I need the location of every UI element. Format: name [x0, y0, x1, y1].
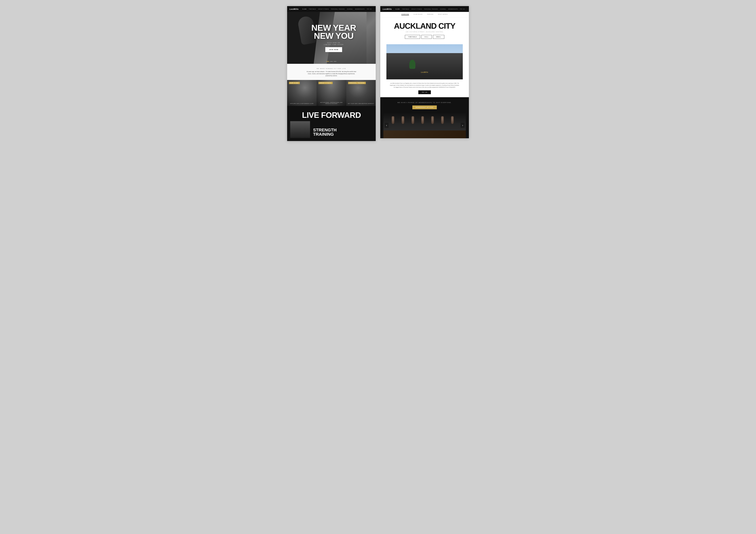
card-1-desc: EXPLORE OUR 12 NATIONWIDE CLUBS [287, 103, 317, 104]
cards-row: OUR CLUBS EXPLORE OUR 12 NATIONWIDE CLUB… [287, 80, 376, 106]
left-nav-journal[interactable]: JOURNAL [347, 9, 353, 10]
card-2-label: GROUP FITNESS [318, 82, 333, 84]
club-description: Les Mills Auckland City is our flagship … [390, 82, 460, 88]
right-nav: LesMills CLUBS TIMETABLE GROUP FITNESS P… [380, 6, 469, 12]
hanging-bag-3 [412, 116, 414, 124]
card-3-label: PERSONAL TRAINING [348, 82, 366, 84]
club-detail: AUCKLAND CITY 186 VICTORIA STREET, AUCKL… [380, 17, 469, 44]
hero-dot-3[interactable] [334, 61, 337, 62]
strength-title-line2: TRAINING [313, 132, 337, 137]
hero-dots [326, 61, 337, 62]
hanging-bag-7 [451, 116, 454, 124]
left-nav-group-fitness[interactable]: GROUP FITNESS [318, 9, 329, 10]
card-personal-training[interactable]: PERSONAL TRAINING GET YOUR VERY OWN BESP… [346, 80, 376, 106]
right-nav-journal[interactable]: JOURNAL [440, 9, 446, 10]
club-address: 186 VICTORIA STREET, AUCKLAND CENTRAL [387, 31, 463, 33]
strength-title-line1: STRENGTH [313, 128, 337, 132]
memberships-title: WE HAVE A RANGE OF MEMBERSHIPS TO SUIT E… [383, 102, 466, 103]
club-actions: TIMETABLE CALL EMAIL [387, 35, 463, 39]
strength-label-block: STRENGTH TRAINING [313, 128, 337, 138]
hero-title-line2: NEW YOU [314, 31, 354, 40]
club-image-building [387, 53, 463, 80]
left-nav-clubs[interactable]: CLUBS [302, 9, 307, 10]
left-nav-try-us[interactable]: TRY US [367, 9, 372, 10]
strength-section: STRENGTH TRAINING [287, 123, 376, 141]
memberships-section: WE HAVE A RANGE OF MEMBERSHIPS TO SUIT E… [380, 97, 469, 138]
try-us-button[interactable]: TRY US [418, 90, 431, 94]
gym-interior-image: ‹ › [383, 112, 466, 138]
right-nav-clubs[interactable]: CLUBS [395, 9, 400, 10]
tagline-body: 50 years ago, we had a dream— To make hu… [306, 71, 357, 77]
hero-join-button[interactable]: JOIN NOW [325, 47, 342, 52]
left-nav-memberships[interactable]: MEMBERSHIPS [355, 9, 365, 10]
hero-section: NEW YEAR NEW YOU SALE NOW ON LIMITED TIM… [287, 12, 376, 64]
left-panel: LesMills CLUBS TIMETABLE GROUP FITNESS P… [287, 6, 376, 141]
left-nav-personal-training[interactable]: PERSONAL TRAINING [331, 9, 345, 10]
gym-floor [383, 131, 466, 138]
hero-content: NEW YEAR NEW YOU SALE NOW ON LIMITED TIM… [287, 24, 376, 52]
right-nav-group-fitness[interactable]: GROUP FITNESS [411, 9, 422, 10]
email-button[interactable]: EMAIL [433, 35, 444, 39]
carousel-next-button[interactable]: › [461, 123, 465, 128]
hero-dot-1[interactable] [326, 61, 329, 62]
live-forward-section: LIVE FORWARD [287, 106, 376, 123]
sub-nav-roof-works[interactable]: ROOF WORKS [438, 14, 448, 15]
tagline-eyebrow: WE MAKE HUMANS FIT FOR LIFE [290, 68, 373, 69]
hero-title: NEW YEAR NEW YOU [292, 24, 376, 40]
tagline-section: WE MAKE HUMANS FIT FOR LIFE 50 years ago… [287, 64, 376, 80]
hero-sale-text: SALE NOW ON [292, 42, 376, 43]
left-logo[interactable]: LesMills [289, 8, 299, 10]
hanging-bag-1 [392, 116, 394, 124]
club-desc-section: Les Mills Auckland City is our flagship … [380, 79, 469, 97]
card-2-desc: MOTIVATIONAL, INSPIRATIONAL AND RESULTS-… [317, 102, 346, 104]
right-nav-try-us[interactable]: TRY US [460, 9, 465, 10]
call-button[interactable]: CALL [421, 35, 432, 39]
strength-image [290, 121, 310, 138]
left-nav-timetable[interactable]: TIMETABLE [309, 9, 316, 10]
right-logo[interactable]: LesMills [383, 8, 392, 10]
live-forward-title: LIVE FORWARD [290, 111, 373, 120]
sub-nav-overview[interactable]: OVERVIEW [401, 14, 409, 15]
hero-offer-text: LIMITED TIME OFFER [292, 44, 376, 45]
right-nav-timetable[interactable]: TIMETABLE [402, 9, 409, 10]
left-nav: LesMills CLUBS TIMETABLE GROUP FITNESS P… [287, 6, 376, 12]
sub-nav: OVERVIEW CLUB RULES PARKING ROOF WORKS [380, 12, 469, 17]
hero-dot-2[interactable] [330, 61, 333, 62]
club-name: AUCKLAND CITY [387, 22, 463, 30]
right-nav-memberships[interactable]: MEMBERSHIPS [448, 9, 458, 10]
club-image-tree [409, 60, 416, 69]
right-nav-personal-training[interactable]: PERSONAL TRAINING [424, 9, 438, 10]
club-image: LesMills [387, 44, 463, 79]
right-panel: LesMills CLUBS TIMETABLE GROUP FITNESS P… [380, 6, 469, 138]
card-3-desc: GET YOUR VERY OWN BESPOKE WORKOUT [346, 103, 376, 104]
membership-options-button[interactable]: MEMBERSHIP OPTIONS [412, 106, 437, 109]
sub-nav-club-rules[interactable]: CLUB RULES [414, 14, 422, 15]
card-1-label: OUR CLUBS [289, 82, 300, 84]
card-group-fitness[interactable]: GROUP FITNESS MOTIVATIONAL, INSPIRATIONA… [317, 80, 346, 106]
hanging-bag-5 [431, 116, 434, 124]
card-our-clubs[interactable]: OUR CLUBS EXPLORE OUR 12 NATIONWIDE CLUB… [287, 80, 317, 106]
hanging-bag-4 [421, 116, 424, 124]
hanging-bag-2 [401, 116, 404, 124]
hanging-bag-6 [441, 116, 444, 124]
carousel-prev-button[interactable]: ‹ [385, 123, 389, 128]
sub-nav-parking[interactable]: PARKING [427, 14, 434, 15]
club-image-sign: LesMills [421, 71, 428, 73]
timetable-button[interactable]: TIMETABLE [405, 35, 420, 39]
